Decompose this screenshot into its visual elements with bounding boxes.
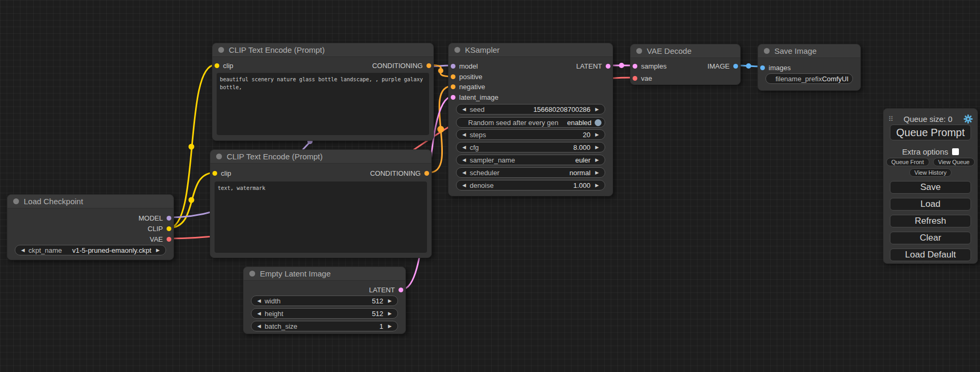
- output-slot-latent[interactable]: LATENT: [369, 286, 403, 294]
- widget-batch-size[interactable]: ◀ batch_size 1 ▶: [251, 321, 398, 331]
- increment-arrow[interactable]: ▶: [594, 183, 600, 188]
- widget-seed[interactable]: ◀ seed 156680208700286 ▶: [456, 104, 605, 115]
- slot-dot[interactable]: [451, 64, 455, 69]
- increment-arrow[interactable]: ▶: [594, 132, 600, 137]
- decrement-arrow[interactable]: ◀: [461, 170, 468, 175]
- slot-dot[interactable]: [451, 95, 455, 100]
- output-slot-latent[interactable]: LATENT: [576, 62, 610, 70]
- widget-random-seed-toggle[interactable]: Random seed after every gen enabled: [456, 117, 605, 128]
- input-slot-vae[interactable]: vae: [633, 74, 652, 82]
- slot-dot[interactable]: [399, 288, 403, 292]
- input-slot-samples[interactable]: samples: [633, 62, 666, 70]
- clear-button[interactable]: Clear: [890, 232, 971, 244]
- input-slot-positive[interactable]: positive: [451, 73, 482, 81]
- slot-dot[interactable]: [451, 74, 455, 79]
- node-ksampler[interactable]: KSampler model LATENT positive negative …: [448, 43, 613, 196]
- decrement-arrow[interactable]: ◀: [461, 145, 468, 150]
- load-default-button[interactable]: Load Default: [890, 249, 971, 261]
- extra-options-checkbox[interactable]: [952, 148, 959, 155]
- decrement-arrow[interactable]: ◀: [461, 132, 468, 137]
- widget-filename-prefix[interactable]: filename_prefix ComfyUI: [765, 73, 853, 84]
- load-button[interactable]: Load: [890, 198, 971, 211]
- widget-ckpt-name[interactable]: ◀ ckpt_name v1-5-pruned-emaonly.ckpt ▶: [15, 245, 166, 255]
- input-slot-model[interactable]: model: [451, 62, 478, 70]
- slot-dot[interactable]: [167, 226, 171, 231]
- widget-cfg[interactable]: ◀ cfg 8.000 ▶: [456, 142, 605, 152]
- node-title-bar[interactable]: CLIP Text Encode (Prompt): [212, 43, 433, 57]
- slot-dot[interactable]: [451, 84, 455, 89]
- node-title-bar[interactable]: Save Image: [758, 44, 860, 58]
- collapse-dot[interactable]: [218, 47, 224, 53]
- settings-gear-icon[interactable]: [964, 115, 973, 123]
- slot-dot[interactable]: [212, 171, 217, 176]
- output-slot-conditioning[interactable]: CONDITIONING: [372, 62, 431, 70]
- node-vae-decode[interactable]: VAE Decode samples IMAGE vae: [630, 44, 741, 85]
- output-slot-vae[interactable]: VAE: [150, 235, 171, 243]
- slot-dot[interactable]: [167, 216, 171, 221]
- widget-steps[interactable]: ◀ steps 20 ▶: [456, 129, 605, 140]
- collapse-dot[interactable]: [13, 198, 19, 204]
- node-empty-latent-image[interactable]: Empty Latent Image LATENT ◀ width 512 ▶ …: [243, 266, 406, 334]
- collapse-dot[interactable]: [636, 48, 642, 54]
- view-queue-button[interactable]: View Queue: [933, 158, 975, 166]
- slot-dot[interactable]: [606, 64, 610, 69]
- decrement-arrow[interactable]: ◀: [461, 183, 468, 188]
- increment-arrow[interactable]: ▶: [154, 248, 161, 253]
- widget-denoise[interactable]: ◀ denoise 1.000 ▶: [456, 180, 605, 190]
- slot-dot[interactable]: [633, 76, 637, 81]
- slot-dot[interactable]: [167, 237, 171, 242]
- node-clip-text-encode-positive[interactable]: CLIP Text Encode (Prompt) clip CONDITION…: [212, 43, 434, 141]
- slot-dot[interactable]: [426, 63, 431, 68]
- widget-sampler-name[interactable]: ◀ sampler_name euler ▶: [456, 155, 605, 165]
- decrement-arrow[interactable]: ◀: [256, 324, 263, 329]
- collapse-dot[interactable]: [454, 47, 460, 53]
- slot-dot[interactable]: [760, 65, 765, 70]
- output-slot-model[interactable]: MODEL: [139, 214, 171, 222]
- input-slot-latent-image[interactable]: latent_image: [451, 93, 498, 101]
- output-slot-clip[interactable]: CLIP: [148, 225, 171, 233]
- slot-dot[interactable]: [633, 64, 637, 69]
- node-title-bar[interactable]: KSampler: [449, 43, 613, 57]
- widget-scheduler[interactable]: ◀ scheduler normal ▶: [456, 167, 605, 178]
- collapse-dot[interactable]: [216, 154, 222, 159]
- queue-prompt-button[interactable]: Queue Prompt: [890, 125, 971, 140]
- prompt-textarea[interactable]: text, watermark: [215, 182, 427, 253]
- node-load-checkpoint[interactable]: Load Checkpoint MODEL CLIP VAE ◀ ckpt_na…: [7, 194, 174, 260]
- increment-arrow[interactable]: ▶: [594, 145, 600, 150]
- queue-front-button[interactable]: Queue Front: [886, 158, 929, 166]
- increment-arrow[interactable]: ▶: [386, 324, 393, 329]
- decrement-arrow[interactable]: ◀: [256, 299, 263, 303]
- increment-arrow[interactable]: ▶: [594, 158, 600, 163]
- input-slot-images[interactable]: images: [760, 64, 791, 72]
- decrement-arrow[interactable]: ◀: [256, 311, 263, 316]
- toggle-knob[interactable]: [595, 119, 601, 126]
- slot-dot[interactable]: [424, 171, 429, 176]
- widget-width[interactable]: ◀ width 512 ▶: [251, 295, 398, 306]
- collapse-dot[interactable]: [764, 48, 770, 54]
- node-title-bar[interactable]: VAE Decode: [630, 44, 740, 58]
- widget-height[interactable]: ◀ height 512 ▶: [251, 308, 398, 319]
- slot-dot[interactable]: [215, 63, 219, 68]
- decrement-arrow[interactable]: ◀: [461, 107, 468, 112]
- node-title-bar[interactable]: CLIP Text Encode (Prompt): [210, 150, 431, 164]
- decrement-arrow[interactable]: ◀: [461, 158, 468, 163]
- node-title-bar[interactable]: Empty Latent Image: [244, 267, 405, 281]
- node-save-image[interactable]: Save Image images filename_prefix ComfyU…: [758, 44, 861, 91]
- drag-handle-icon[interactable]: ⠿: [888, 115, 892, 123]
- output-slot-conditioning[interactable]: CONDITIONING: [370, 169, 429, 177]
- increment-arrow[interactable]: ▶: [594, 170, 600, 175]
- output-slot-image[interactable]: IMAGE: [707, 62, 738, 70]
- increment-arrow[interactable]: ▶: [594, 107, 600, 112]
- prompt-textarea[interactable]: beautiful scenery nature glass bottle la…: [217, 73, 429, 135]
- node-title-bar[interactable]: Load Checkpoint: [7, 195, 173, 208]
- decrement-arrow[interactable]: ◀: [20, 248, 26, 253]
- collapse-dot[interactable]: [249, 271, 255, 276]
- slot-dot[interactable]: [733, 64, 738, 69]
- refresh-button[interactable]: Refresh: [890, 215, 971, 227]
- view-history-button[interactable]: View History: [909, 168, 952, 177]
- input-slot-negative[interactable]: negative: [451, 83, 485, 91]
- increment-arrow[interactable]: ▶: [386, 299, 393, 303]
- increment-arrow[interactable]: ▶: [386, 311, 393, 316]
- save-button[interactable]: Save: [890, 181, 971, 194]
- node-clip-text-encode-negative[interactable]: CLIP Text Encode (Prompt) clip CONDITION…: [210, 149, 432, 258]
